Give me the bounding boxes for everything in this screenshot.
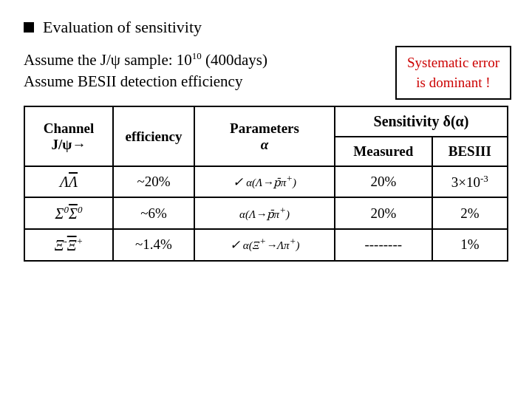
- sensitivity-table: Channel J/ψ→ efficiency Parameters α Sen…: [24, 106, 508, 262]
- assume-line1: Assume the J/ψ sample: 1010 (400days): [24, 50, 267, 69]
- header-sensitivity: Sensitivity δ(α): [335, 106, 508, 137]
- params-1: ✓ α(Λ→p̄π+): [194, 166, 335, 197]
- bullet-text: Evaluation of sensitivity: [43, 18, 202, 37]
- table-row: Σ0Σ0 ~6% α(Λ→p̄π+) 20% 2%: [24, 197, 508, 229]
- efficiency-2: ~6%: [113, 197, 194, 229]
- channel-3: Ξ-Ξ+: [24, 229, 113, 261]
- header-channel: Channel J/ψ→: [24, 106, 113, 166]
- table-wrapper: Channel J/ψ→ efficiency Parameters α Sen…: [24, 106, 508, 262]
- assume-lines: Assume the J/ψ sample: 1010 (400days) As…: [24, 50, 267, 94]
- callout-line2: is dominant !: [416, 75, 490, 90]
- header-efficiency: efficiency: [113, 106, 194, 166]
- sys-error-callout: Systematic error is dominant !: [395, 46, 511, 100]
- header-params: Parameters α: [194, 106, 335, 166]
- header-measured: Measured: [335, 137, 432, 166]
- bullet-icon: [24, 22, 34, 33]
- besiii-2: 2%: [432, 197, 508, 229]
- page: Evaluation of sensitivity Assume the J/ψ…: [0, 0, 532, 399]
- channel-2: Σ0Σ0: [24, 197, 113, 229]
- efficiency-1: ~20%: [113, 166, 194, 197]
- callout-line1: Systematic error: [407, 55, 499, 70]
- params-3: ✓ α(Ξ+→Λπ+): [194, 229, 335, 261]
- table-row: Ξ-Ξ+ ~1.4% ✓ α(Ξ+→Λπ+) -------- 1%: [24, 229, 508, 261]
- measured-2: 20%: [335, 197, 432, 229]
- efficiency-3: ~1.4%: [113, 229, 194, 261]
- params-2: α(Λ→p̄π+): [194, 197, 335, 229]
- besiii-3: 1%: [432, 229, 508, 261]
- assume-line2: Assume BESII detection efficiency: [24, 72, 267, 91]
- bullet-row: Evaluation of sensitivity: [24, 18, 508, 37]
- measured-3: --------: [335, 229, 432, 261]
- table-row: ΛΛ ~20% ✓ α(Λ→p̄π+) 20% 3×10-3: [24, 166, 508, 197]
- measured-1: 20%: [335, 166, 432, 197]
- besiii-1: 3×10-3: [432, 166, 508, 197]
- header-besiii: BESIII: [432, 137, 508, 166]
- channel-1: ΛΛ: [24, 166, 113, 197]
